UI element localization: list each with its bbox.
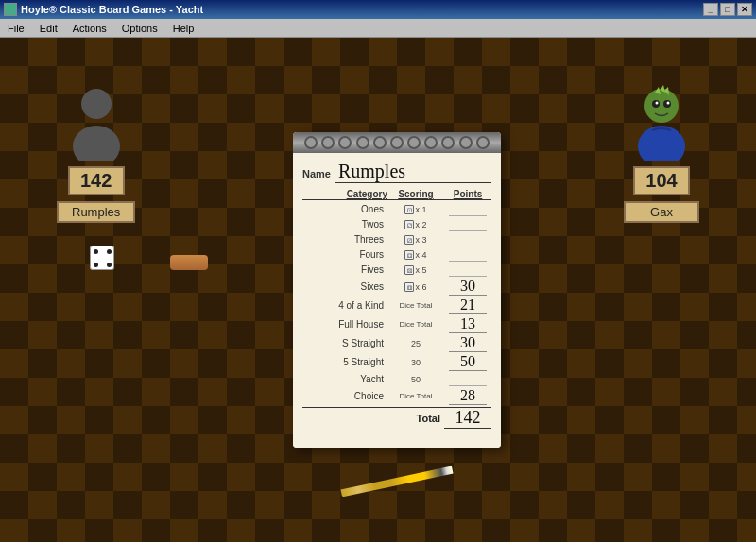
menu-help[interactable]: Help [169,22,198,35]
category-fives: Fives [302,264,387,275]
table-row: Fives ⚄ x 5 [302,263,491,277]
scoring-fours: ⚃ x 4 [387,250,444,260]
scoring-ones: ⚀ x 1 [387,205,444,214]
points-4kind: 21 [444,296,491,314]
points-fullhouse: 13 [444,315,491,333]
total-score: 142 [444,408,491,429]
game-area: 142 Rumples [0,38,756,542]
svg-point-8 [656,102,659,105]
spiral-4 [356,136,369,149]
scorecard-content: Name Rumples Category Scoring Points One… [293,153,501,448]
left-avatar [63,85,129,161]
title-buttons: _ □ ✕ [703,3,752,16]
name-label: Name [302,168,331,179]
points-sstraight: 30 [444,334,491,352]
category-4kind: 4 of a Kind [302,300,387,311]
app-icon [4,3,17,16]
table-row: Sixes ⚅ x 6 30 [302,278,491,296]
points-threes [444,232,491,246]
points-sixes: 30 [444,278,491,296]
table-row: 4 of a Kind Dice Total 21 [302,296,491,314]
spiral-11 [476,136,490,149]
category-ones: Ones [302,204,387,214]
right-name: Gax [624,201,699,223]
table-header: Category Scoring Points [302,189,491,200]
svg-point-2 [644,89,679,123]
svg-point-0 [81,89,112,119]
spiral-5 [373,136,387,149]
menu-file[interactable]: File [4,22,28,35]
scoring-sstraight: 25 [387,339,444,348]
category-threes: Threes [302,234,387,245]
points-header: Points [444,189,491,199]
table-row: Yacht 50 [302,372,491,386]
category-fours: Fours [302,249,387,260]
right-player: 104 Gax [624,85,699,223]
scoring-5straight: 30 [387,358,444,367]
points-ones [444,202,491,216]
scoring-choice: Dice Total [387,392,444,400]
scoring-twos: ⚁ x 2 [387,220,444,229]
svg-point-9 [667,102,670,105]
spiral-3 [338,136,352,149]
scoring-header: Scoring [387,189,444,199]
name-line: Name Rumples [302,161,491,183]
table-row: Twos ⚁ x 2 [302,217,491,231]
menu-actions[interactable]: Actions [69,22,111,35]
spiral-2 [321,136,335,149]
table-row: 5 Straight 30 50 [302,353,491,371]
category-sixes: Sixes [302,281,387,292]
menu-options[interactable]: Options [118,22,162,35]
scoring-4kind: Dice Total [387,301,444,310]
score-table: Category Scoring Points Ones ⚀ x 1 Twos … [302,189,491,429]
spiral-7 [407,136,421,149]
scoring-sixes: ⚅ x 6 [387,282,444,292]
title-bar: Hoyle® Classic Board Games - Yacht _ □ ✕ [0,0,756,19]
table-row: Full House Dice Total 13 [302,315,491,333]
total-label: Total [387,413,444,424]
category-header: Category [302,189,387,199]
category-sstraight: S Straight [302,338,387,348]
points-yacht [444,372,491,386]
spiral-9 [441,136,455,149]
spiral-1 [304,136,318,149]
spiral-10 [459,136,472,149]
right-score: 104 [633,166,690,195]
scoring-fives: ⚄ x 5 [387,265,444,275]
total-row: Total 142 [302,407,491,429]
table-row: Choice Dice Total 28 [302,387,491,405]
scoring-fullhouse: Dice Total [387,320,444,329]
left-player: 142 Rumples [57,85,135,223]
maximize-button[interactable]: □ [720,3,735,16]
scoring-threes: ⚂ x 3 [387,235,444,245]
category-fullhouse: Full House [302,319,387,330]
table-row: S Straight 25 30 [302,334,491,352]
table-row: Ones ⚀ x 1 [302,202,491,216]
spiral-6 [390,136,404,149]
points-5straight: 50 [444,353,491,371]
points-fours [444,247,491,262]
category-twos: Twos [302,219,387,229]
menu-edit[interactable]: Edit [36,22,61,35]
left-name: Rumples [57,201,135,223]
svg-point-1 [73,126,120,161]
spiral-8 [424,136,438,149]
points-choice: 28 [444,387,491,405]
points-twos [444,217,491,231]
svg-point-10 [638,126,685,161]
player-name-display: Rumples [335,161,491,183]
minimize-button[interactable]: _ [703,3,718,16]
category-5straight: 5 Straight [302,357,387,367]
window-title: Hoyle® Classic Board Games - Yacht [21,4,203,15]
category-yacht: Yacht [302,374,387,384]
menu-bar: File Edit Actions Options Help [0,19,756,38]
category-choice: Choice [302,391,387,401]
right-avatar [628,85,695,161]
close-button[interactable]: ✕ [737,3,752,16]
scorecard: Name Rumples Category Scoring Points One… [293,132,501,448]
die-2 [90,246,114,270]
token [170,255,208,270]
table-row: Threes ⚂ x 3 [302,232,491,246]
spiral-binding [293,132,501,153]
scoring-yacht: 50 [387,375,444,384]
